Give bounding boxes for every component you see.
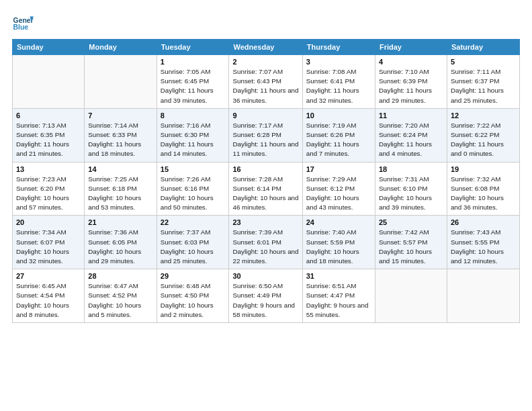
day-detail: Sunrise: 7:34 AM Sunset: 6:07 PM Dayligh… bbox=[16, 228, 81, 266]
day-number: 26 bbox=[451, 218, 516, 226]
calendar-cell: 17Sunrise: 7:29 AM Sunset: 6:12 PM Dayli… bbox=[302, 162, 375, 216]
day-detail: Sunrise: 7:14 AM Sunset: 6:33 PM Dayligh… bbox=[88, 121, 152, 159]
day-number: 6 bbox=[16, 111, 81, 120]
day-number: 20 bbox=[16, 218, 81, 226]
day-detail: Sunrise: 7:07 AM Sunset: 6:43 PM Dayligh… bbox=[232, 67, 298, 105]
day-detail: Sunrise: 7:32 AM Sunset: 6:08 PM Dayligh… bbox=[451, 175, 516, 213]
weekday-header-friday: Friday bbox=[375, 40, 447, 55]
day-number: 28 bbox=[88, 272, 152, 280]
calendar-cell: 28Sunrise: 6:47 AM Sunset: 4:52 PM Dayli… bbox=[85, 269, 157, 323]
calendar-cell: 25Sunrise: 7:42 AM Sunset: 5:57 PM Dayli… bbox=[375, 216, 447, 269]
day-detail: Sunrise: 6:48 AM Sunset: 4:50 PM Dayligh… bbox=[161, 281, 226, 320]
calendar-cell bbox=[447, 269, 519, 323]
day-detail: Sunrise: 6:51 AM Sunset: 4:47 PM Dayligh… bbox=[306, 281, 371, 320]
calendar-cell: 3Sunrise: 7:08 AM Sunset: 6:41 PM Daylig… bbox=[302, 55, 375, 109]
calendar-cell: 10Sunrise: 7:19 AM Sunset: 6:26 PM Dayli… bbox=[302, 108, 375, 162]
day-detail: Sunrise: 7:43 AM Sunset: 5:55 PM Dayligh… bbox=[451, 228, 516, 266]
day-number: 16 bbox=[232, 165, 298, 173]
calendar-cell: 29Sunrise: 6:48 AM Sunset: 4:50 PM Dayli… bbox=[157, 269, 229, 323]
calendar-cell: 30Sunrise: 6:50 AM Sunset: 4:49 PM Dayli… bbox=[229, 269, 302, 323]
day-number: 19 bbox=[451, 165, 516, 173]
day-number: 7 bbox=[88, 111, 152, 120]
day-detail: Sunrise: 7:22 AM Sunset: 6:22 PM Dayligh… bbox=[451, 121, 516, 159]
calendar-cell: 4Sunrise: 7:10 AM Sunset: 6:39 PM Daylig… bbox=[375, 55, 447, 109]
calendar-cell: 1Sunrise: 7:05 AM Sunset: 6:45 PM Daylig… bbox=[157, 55, 229, 109]
day-detail: Sunrise: 7:05 AM Sunset: 6:45 PM Dayligh… bbox=[161, 67, 226, 105]
calendar-cell: 20Sunrise: 7:34 AM Sunset: 6:07 PM Dayli… bbox=[13, 216, 85, 269]
day-number: 2 bbox=[232, 58, 298, 66]
calendar-cell: 2Sunrise: 7:07 AM Sunset: 6:43 PM Daylig… bbox=[229, 55, 302, 109]
calendar-cell: 31Sunrise: 6:51 AM Sunset: 4:47 PM Dayli… bbox=[302, 269, 375, 323]
logo-icon: General Blue bbox=[12, 12, 34, 34]
calendar-cell bbox=[85, 55, 157, 109]
calendar-cell bbox=[13, 55, 85, 109]
logo: General Blue bbox=[12, 12, 34, 34]
weekday-header-wednesday: Wednesday bbox=[229, 40, 302, 55]
day-number: 11 bbox=[379, 111, 443, 120]
day-detail: Sunrise: 7:39 AM Sunset: 6:01 PM Dayligh… bbox=[232, 228, 298, 266]
calendar-cell: 21Sunrise: 7:36 AM Sunset: 6:05 PM Dayli… bbox=[85, 216, 157, 269]
day-detail: Sunrise: 7:17 AM Sunset: 6:28 PM Dayligh… bbox=[232, 121, 298, 159]
day-detail: Sunrise: 6:50 AM Sunset: 4:49 PM Dayligh… bbox=[232, 281, 298, 320]
day-detail: Sunrise: 7:10 AM Sunset: 6:39 PM Dayligh… bbox=[379, 67, 443, 105]
calendar-cell: 14Sunrise: 7:25 AM Sunset: 6:18 PM Dayli… bbox=[85, 162, 157, 216]
day-detail: Sunrise: 7:31 AM Sunset: 6:10 PM Dayligh… bbox=[379, 175, 443, 213]
day-detail: Sunrise: 7:19 AM Sunset: 6:26 PM Dayligh… bbox=[306, 121, 371, 159]
calendar-cell: 22Sunrise: 7:37 AM Sunset: 6:03 PM Dayli… bbox=[157, 216, 229, 269]
day-number: 5 bbox=[451, 58, 516, 66]
day-number: 25 bbox=[379, 218, 443, 226]
day-number: 29 bbox=[161, 272, 226, 280]
day-detail: Sunrise: 7:42 AM Sunset: 5:57 PM Dayligh… bbox=[379, 228, 443, 266]
calendar-cell: 18Sunrise: 7:31 AM Sunset: 6:10 PM Dayli… bbox=[375, 162, 447, 216]
day-detail: Sunrise: 7:40 AM Sunset: 5:59 PM Dayligh… bbox=[306, 228, 371, 266]
page: General Blue SundayMondayTuesdayWednesda… bbox=[0, 0, 532, 411]
calendar-cell: 12Sunrise: 7:22 AM Sunset: 6:22 PM Dayli… bbox=[447, 108, 519, 162]
calendar-cell bbox=[375, 269, 447, 323]
day-number: 15 bbox=[161, 165, 226, 173]
day-detail: Sunrise: 7:20 AM Sunset: 6:24 PM Dayligh… bbox=[379, 121, 443, 159]
calendar-cell: 23Sunrise: 7:39 AM Sunset: 6:01 PM Dayli… bbox=[229, 216, 302, 269]
calendar-cell: 8Sunrise: 7:16 AM Sunset: 6:30 PM Daylig… bbox=[157, 108, 229, 162]
day-number: 14 bbox=[88, 165, 152, 173]
day-number: 12 bbox=[451, 111, 516, 120]
calendar-cell: 11Sunrise: 7:20 AM Sunset: 6:24 PM Dayli… bbox=[375, 108, 447, 162]
weekday-header-thursday: Thursday bbox=[302, 40, 375, 55]
day-number: 27 bbox=[16, 272, 81, 280]
calendar-cell: 9Sunrise: 7:17 AM Sunset: 6:28 PM Daylig… bbox=[229, 108, 302, 162]
calendar-table: SundayMondayTuesdayWednesdayThursdayFrid… bbox=[12, 39, 520, 323]
day-detail: Sunrise: 7:16 AM Sunset: 6:30 PM Dayligh… bbox=[161, 121, 226, 159]
day-number: 30 bbox=[232, 272, 298, 280]
day-number: 9 bbox=[232, 111, 298, 120]
weekday-header-saturday: Saturday bbox=[447, 40, 519, 55]
calendar-cell: 13Sunrise: 7:23 AM Sunset: 6:20 PM Dayli… bbox=[13, 162, 85, 216]
day-number: 10 bbox=[306, 111, 371, 120]
day-detail: Sunrise: 7:08 AM Sunset: 6:41 PM Dayligh… bbox=[306, 67, 371, 105]
day-detail: Sunrise: 7:25 AM Sunset: 6:18 PM Dayligh… bbox=[88, 175, 152, 213]
day-number: 24 bbox=[306, 218, 371, 226]
day-detail: Sunrise: 6:47 AM Sunset: 4:52 PM Dayligh… bbox=[88, 281, 152, 320]
header: General Blue bbox=[12, 12, 520, 34]
calendar-cell: 16Sunrise: 7:28 AM Sunset: 6:14 PM Dayli… bbox=[229, 162, 302, 216]
day-detail: Sunrise: 7:23 AM Sunset: 6:20 PM Dayligh… bbox=[16, 175, 81, 213]
day-number: 8 bbox=[161, 111, 226, 120]
day-number: 31 bbox=[306, 272, 371, 280]
calendar-cell: 5Sunrise: 7:11 AM Sunset: 6:37 PM Daylig… bbox=[447, 55, 519, 109]
day-number: 3 bbox=[306, 58, 371, 66]
calendar-cell: 6Sunrise: 7:13 AM Sunset: 6:35 PM Daylig… bbox=[13, 108, 85, 162]
day-number: 22 bbox=[161, 218, 226, 226]
calendar-cell: 15Sunrise: 7:26 AM Sunset: 6:16 PM Dayli… bbox=[157, 162, 229, 216]
calendar-cell: 27Sunrise: 6:45 AM Sunset: 4:54 PM Dayli… bbox=[13, 269, 85, 323]
calendar-cell: 7Sunrise: 7:14 AM Sunset: 6:33 PM Daylig… bbox=[85, 108, 157, 162]
day-number: 23 bbox=[232, 218, 298, 226]
day-detail: Sunrise: 7:36 AM Sunset: 6:05 PM Dayligh… bbox=[88, 228, 152, 266]
svg-text:Blue: Blue bbox=[13, 24, 29, 31]
calendar-cell: 26Sunrise: 7:43 AM Sunset: 5:55 PM Dayli… bbox=[447, 216, 519, 269]
day-number: 1 bbox=[161, 58, 226, 66]
day-detail: Sunrise: 7:13 AM Sunset: 6:35 PM Dayligh… bbox=[16, 121, 81, 159]
day-detail: Sunrise: 7:28 AM Sunset: 6:14 PM Dayligh… bbox=[232, 175, 298, 213]
weekday-header-sunday: Sunday bbox=[13, 40, 85, 55]
day-number: 21 bbox=[88, 218, 152, 226]
day-detail: Sunrise: 7:29 AM Sunset: 6:12 PM Dayligh… bbox=[306, 175, 371, 213]
day-detail: Sunrise: 7:26 AM Sunset: 6:16 PM Dayligh… bbox=[161, 175, 226, 213]
calendar-cell: 19Sunrise: 7:32 AM Sunset: 6:08 PM Dayli… bbox=[447, 162, 519, 216]
